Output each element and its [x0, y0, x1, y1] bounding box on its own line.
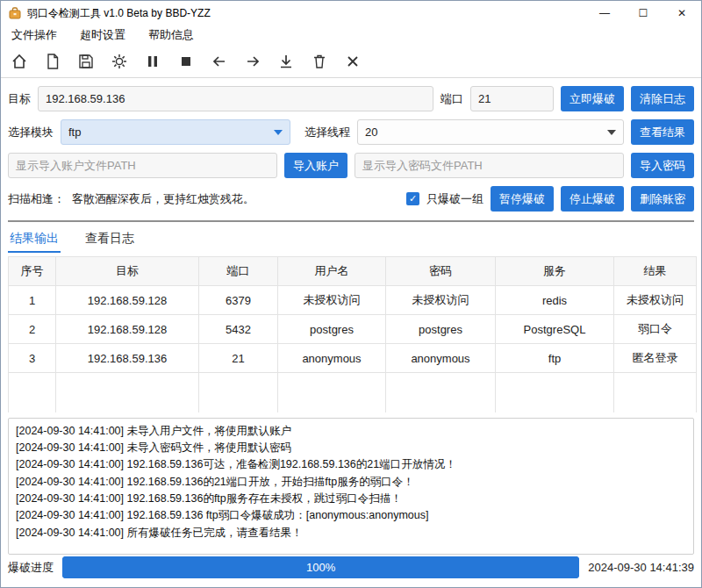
cell-username: postgres [278, 315, 386, 344]
module-label: 选择模块 [8, 125, 54, 140]
cell-target: 192.168.59.136 [56, 344, 199, 373]
col-header-target: 目标 [56, 257, 199, 286]
app-window: 弱口令检测工具 v1.0 Beta by BBD-YZZ — ☐ ✕ 文件操作 … [0, 0, 702, 588]
col-header-service: 服务 [496, 257, 614, 286]
target-label: 目标 [8, 91, 31, 107]
table-header-row: 序号 目标 端口 用户名 密码 服务 结果 [9, 257, 697, 286]
stop-attack-button[interactable]: 停止爆破 [561, 186, 624, 212]
tab-results-output[interactable]: 结果输出 [8, 227, 61, 253]
tab-bar: 结果输出 查看日志 [8, 227, 694, 253]
module-select[interactable]: ftp [61, 119, 290, 145]
import-account-button[interactable]: 导入账户 [284, 153, 347, 178]
menu-help-info[interactable]: 帮助信息 [147, 25, 196, 45]
window-controls: — ☐ ✕ [585, 1, 701, 25]
log-line: [2024-09-30 14:41:00] 未导入密码文件，将使用默认密码 [16, 440, 686, 456]
cell-username: 未授权访问 [278, 286, 386, 315]
port-label: 端口 [441, 91, 463, 107]
title-bar: 弱口令检测工具 v1.0 Beta by BBD-YZZ — ☐ ✕ [1, 1, 701, 25]
port-input[interactable]: 21 [470, 86, 554, 111]
chevron-down-icon [607, 130, 616, 135]
col-header-index: 序号 [9, 257, 56, 286]
cell-password: anonymous [386, 344, 496, 373]
close-button[interactable]: ✕ [663, 1, 701, 25]
pause-icon[interactable] [143, 52, 162, 71]
cell-password: 未授权访问 [386, 286, 496, 315]
arrow-left-icon[interactable] [210, 52, 229, 71]
results-table: 序号 目标 端口 用户名 密码 服务 结果 1 192.168.59.128 6… [8, 256, 697, 412]
view-results-button[interactable]: 查看结果 [631, 119, 694, 145]
import-row: 显示导入账户文件PATH 导入账户 显示导入密码文件PATH 导入密码 [8, 153, 694, 178]
window-title: 弱口令检测工具 v1.0 Beta by BBD-YZZ [27, 6, 585, 21]
cell-service: PostgreSQL [496, 315, 614, 344]
table-row[interactable]: 1 192.168.59.128 6379 未授权访问 未授权访问 redis … [9, 286, 697, 315]
log-line: [2024-09-30 14:41:00] 未导入用户文件，将使用默认账户 [16, 423, 686, 440]
options-row: 扫描相逢： 客散酒醒深夜后，更持红烛赏残花。 只爆破一组 暂停爆破 停止爆破 删… [8, 186, 694, 212]
log-line: [2024-09-30 14:41:00] 所有爆破任务已完成，请查看结果！ [16, 525, 686, 541]
cell-port: 21 [199, 344, 278, 373]
maximize-button[interactable]: ☐ [624, 1, 663, 25]
section-divider [8, 220, 694, 222]
thread-select[interactable]: 20 [357, 119, 624, 145]
cell-target: 192.168.59.128 [56, 315, 199, 344]
thread-label: 选择线程 [304, 125, 350, 140]
cell-target: 192.168.59.128 [56, 286, 199, 315]
new-file-icon[interactable] [43, 52, 62, 71]
import-password-button[interactable]: 导入密码 [631, 153, 694, 178]
module-selected-value: ftp [68, 125, 81, 139]
close-x-icon[interactable] [343, 52, 362, 71]
cell-result: 匿名登录 [614, 344, 697, 373]
clear-log-button[interactable]: 清除日志 [631, 86, 694, 111]
module-row: 选择模块 ftp 选择线程 20 查看结果 [8, 119, 694, 145]
menu-timeout-settings[interactable]: 超时设置 [78, 25, 127, 45]
chevron-down-icon [274, 130, 283, 135]
menu-file-ops[interactable]: 文件操作 [10, 25, 59, 45]
menu-bar: 文件操作 超时设置 帮助信息 [1, 25, 701, 45]
minimize-button[interactable]: — [585, 1, 624, 25]
col-header-password: 密码 [386, 257, 496, 286]
home-icon[interactable] [10, 52, 29, 71]
stop-icon[interactable] [176, 52, 196, 71]
log-output[interactable]: [2024-09-30 14:41:00] 未导入用户文件，将使用默认账户 [2… [8, 418, 694, 555]
trash-icon[interactable] [310, 52, 329, 71]
cell-result: 弱口令 [614, 315, 697, 344]
main-content: 目标 192.168.59.136 端口 21 立即爆破 清除日志 选择模块 f… [1, 78, 701, 587]
target-input[interactable]: 192.168.59.136 [38, 86, 433, 111]
progress-label: 爆破进度 [8, 560, 54, 576]
progress-footer: 爆破进度 100% 2024-09-30 14:41:39 [8, 556, 694, 578]
save-icon[interactable] [76, 52, 96, 71]
cell-service: redis [496, 286, 614, 315]
download-icon[interactable] [276, 52, 296, 71]
cell-port: 6379 [199, 286, 278, 315]
poem-label: 扫描相逢： [8, 191, 65, 207]
cell-password: postgres [386, 315, 496, 344]
account-path-input[interactable]: 显示导入账户文件PATH [8, 153, 277, 178]
table-row[interactable]: 3 192.168.59.136 21 anonymous anonymous … [9, 344, 697, 373]
start-attack-button[interactable]: 立即爆破 [561, 86, 624, 111]
arrow-right-icon[interactable] [243, 52, 262, 71]
cell-index: 3 [9, 344, 56, 373]
thread-selected-value: 20 [365, 125, 377, 139]
delete-credentials-button[interactable]: 删除账密 [631, 186, 694, 212]
col-header-port: 端口 [199, 257, 278, 286]
cell-index: 1 [9, 286, 56, 315]
col-header-result: 结果 [614, 257, 697, 286]
only-one-group-label: 只爆破一组 [426, 191, 484, 207]
password-path-input[interactable]: 显示导入密码文件PATH [355, 153, 624, 178]
cell-index: 2 [9, 315, 56, 344]
status-timestamp: 2024-09-30 14:41:39 [588, 561, 694, 574]
cell-username: anonymous [278, 344, 386, 373]
table-empty-row [9, 373, 697, 412]
table-row[interactable]: 2 192.168.59.128 5432 postgres postgres … [9, 315, 697, 344]
settings-gear-icon[interactable] [110, 52, 129, 71]
log-line: [2024-09-30 14:41:00] 192.168.59.136 ftp… [16, 507, 686, 524]
progress-value: 100% [62, 556, 579, 578]
target-row: 目标 192.168.59.136 端口 21 立即爆破 清除日志 [8, 86, 694, 111]
only-one-group-checkbox[interactable] [406, 192, 419, 205]
pause-attack-button[interactable]: 暂停爆破 [491, 186, 554, 212]
progress-bar: 100% [62, 556, 579, 578]
tab-view-log[interactable]: 查看日志 [83, 227, 136, 253]
log-line: [2024-09-30 14:41:00] 192.168.59.136的ftp… [16, 491, 686, 507]
toolbar [1, 45, 701, 78]
col-header-username: 用户名 [278, 257, 386, 286]
log-line: [2024-09-30 14:41:00] 192.168.59.136可达，准… [16, 456, 686, 473]
